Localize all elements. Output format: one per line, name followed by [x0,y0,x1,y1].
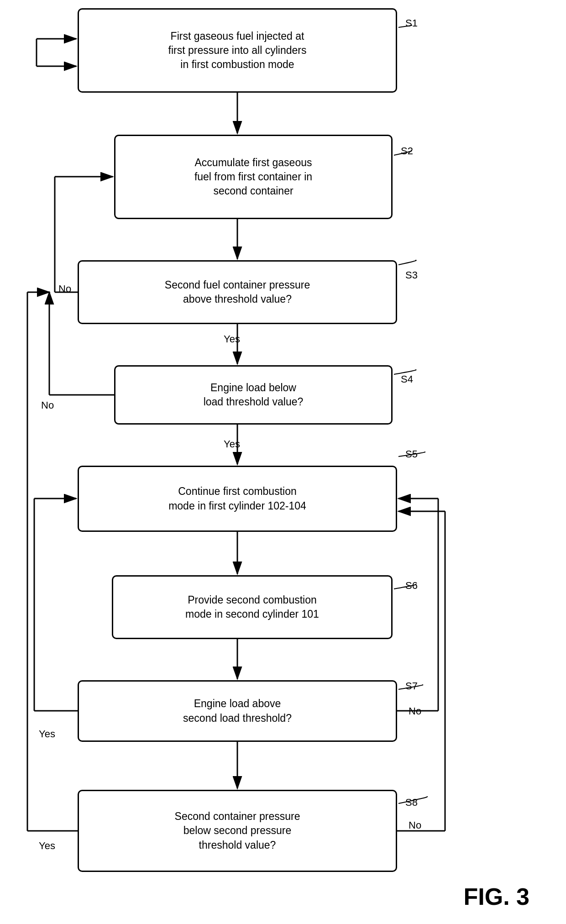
box-s8: Second container pressurebelow second pr… [78,790,397,872]
box-s5-text: Continue first combustionmode in first c… [168,484,306,513]
box-s5: Continue first combustionmode in first c… [78,466,397,532]
tag-s2: S2 [401,145,413,157]
box-s6-text: Provide second combustionmode in second … [185,593,319,621]
box-s2: Accumulate first gaseousfuel from first … [114,135,393,219]
box-s3-text: Second fuel container pressureabove thre… [165,278,310,306]
tag-s6: S6 [405,580,418,592]
tag-s7: S7 [405,680,418,692]
box-s1: First gaseous fuel injected atfirst pres… [78,8,397,93]
label-no-s4: No [41,399,54,411]
box-s6: Provide second combustionmode in second … [112,575,393,639]
label-no-s3: No [58,283,71,295]
box-s2-text: Accumulate first gaseousfuel from first … [194,156,312,198]
box-s4: Engine load belowload threshold value? [114,365,393,425]
box-s7: Engine load abovesecond load threshold? [78,680,397,742]
box-s3: Second fuel container pressureabove thre… [78,260,397,324]
tag-s3: S3 [405,269,418,281]
label-yes-s3: Yes [224,333,240,345]
tag-s8: S8 [405,797,418,808]
tag-s4: S4 [401,373,413,385]
box-s1-text: First gaseous fuel injected atfirst pres… [168,29,307,72]
label-yes-s4: Yes [224,438,240,450]
label-yes-s8: Yes [39,840,55,852]
label-no-s8: No [409,819,421,831]
label-no-s7: No [409,705,421,717]
box-s8-text: Second container pressurebelow second pr… [175,809,300,852]
tag-s1: S1 [405,17,418,29]
label-yes-s7: Yes [39,728,55,740]
figure-label: FIG. 3 [464,883,529,910]
box-s4-text: Engine load belowload threshold value? [204,381,304,409]
flowchart-diagram: First gaseous fuel injected atfirst pres… [0,0,566,924]
tag-s5: S5 [405,448,418,460]
box-s7-text: Engine load abovesecond load threshold? [183,697,292,725]
